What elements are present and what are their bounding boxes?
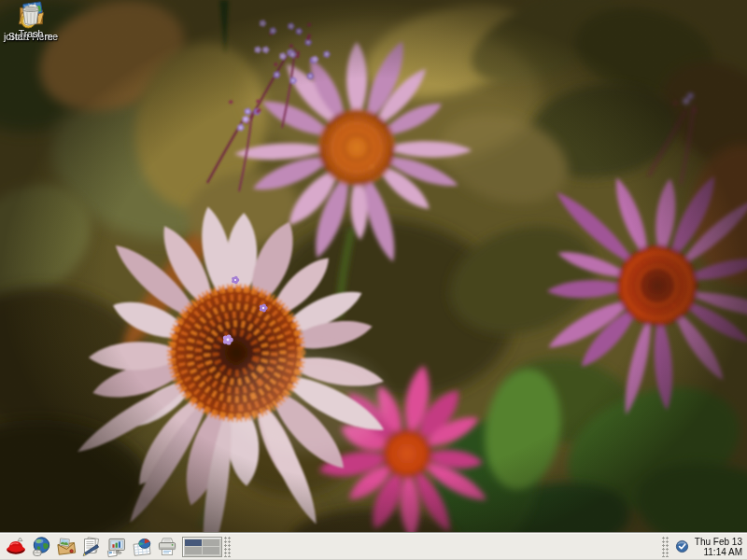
clock-date: Thu Feb 13 [695,537,742,547]
word-processor-icon [80,536,103,558]
trash-can-icon [17,0,45,28]
printer-icon [156,536,178,558]
panel-drag-handle[interactable] [224,537,231,557]
desktop-wallpaper [0,0,747,560]
presentation-icon [106,536,128,558]
alert-notification-icon [674,539,690,554]
panel-drag-handle[interactable] [662,537,669,557]
presentation-launcher[interactable] [104,535,129,559]
web-browser-globe-icon [30,536,52,558]
desktop-screen: john's Home Start Here [0,0,747,560]
notification-area: Thu Feb 13 11:14 AM [660,537,744,557]
main-menu-button[interactable] [3,535,28,559]
spreadsheet-icon [131,536,153,558]
desktop-icon-trash[interactable]: Trash [0,0,62,39]
workspace-4[interactable] [203,547,219,554]
desktop-icon-label: Trash [19,29,43,39]
workspace-1[interactable] [185,539,202,547]
word-processor-launcher[interactable] [78,535,104,559]
alert-notification-button[interactable] [673,538,692,556]
email-launcher[interactable] [53,535,78,559]
bottom-panel: Thu Feb 13 11:14 AM [0,532,747,560]
printer-launcher[interactable] [154,535,179,559]
workspace-3[interactable] [185,547,202,554]
web-browser-launcher[interactable] [28,535,53,559]
clock[interactable]: Thu Feb 13 11:14 AM [695,537,744,557]
email-icon [55,536,78,558]
spreadsheet-launcher[interactable] [129,535,154,559]
red-hat-menu-icon [5,536,27,558]
workspace-2[interactable] [203,539,219,547]
clock-time: 11:14 AM [695,547,742,557]
workspace-switcher [182,537,222,557]
